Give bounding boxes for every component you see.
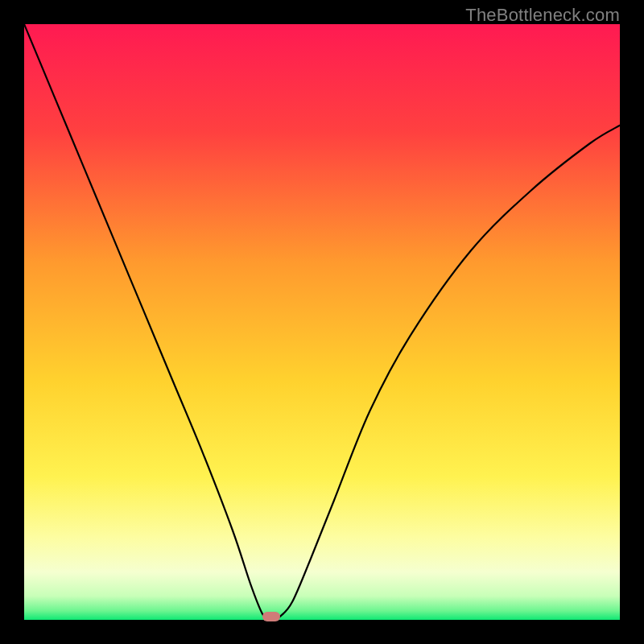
minimum-marker	[262, 612, 280, 621]
watermark-text: TheBottleneck.com	[465, 5, 620, 26]
svg-rect-0	[24, 24, 620, 620]
chart-background-gradient	[24, 24, 620, 620]
chart-frame	[24, 24, 620, 620]
